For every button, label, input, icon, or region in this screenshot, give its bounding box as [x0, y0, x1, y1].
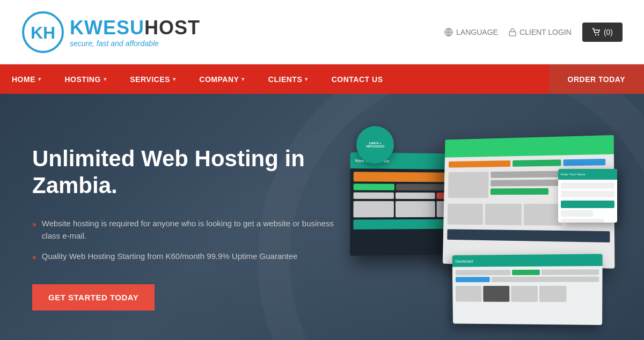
- language-label: LANGUAGE: [456, 28, 498, 36]
- bottom-cell-4: [456, 277, 490, 282]
- site-header: KH KWESUKWESUHOSTHOST secure, fast and a…: [0, 0, 644, 64]
- home-dropdown-arrow: ▾: [38, 76, 41, 82]
- bottom-thumb-4: [539, 286, 567, 302]
- client-login-button[interactable]: CLIENT LOGIN: [509, 28, 572, 36]
- company-dropdown-arrow: ▾: [241, 76, 245, 82]
- card-input-1: [561, 182, 614, 189]
- left-img-1: [353, 201, 394, 218]
- cart-icon: [592, 28, 601, 36]
- logo-name: KWESUKWESUHOSTHOST: [70, 17, 200, 39]
- logo-name-kw: KWESU: [70, 17, 144, 39]
- clients-dropdown-arrow: ▾: [305, 76, 308, 82]
- logo-text: KWESUKWESUHOSTHOST secure, fast and affo…: [70, 17, 200, 48]
- screen-right-card: Enter Your Name: [558, 169, 617, 223]
- svg-rect-6: [509, 32, 516, 36]
- bottom-cell-1: [456, 270, 510, 275]
- right-card-body: [558, 180, 617, 223]
- bottom-header-text: Dashboard: [455, 259, 473, 263]
- bottom-cell-5: [492, 277, 599, 283]
- services-dropdown-arrow: ▾: [173, 76, 176, 82]
- screen-bottom: Dashboard: [452, 254, 603, 325]
- bottom-thumb-1: [456, 286, 482, 302]
- badge-circle: LINUX + VIRTUOZZO: [356, 126, 394, 164]
- bottom-row-3: [456, 286, 599, 302]
- main-text-3: [491, 188, 548, 195]
- card-submit: [561, 201, 614, 208]
- hero-features: » Website hosting is required for anyone…: [32, 218, 351, 263]
- main-img-2: [448, 204, 484, 225]
- main-img-4: [524, 204, 562, 226]
- nav-hosting[interactable]: HOSTING ▾: [53, 64, 119, 94]
- main-row-0: [449, 159, 610, 168]
- logo-tagline: secure, fast and affordable: [70, 39, 200, 48]
- chevron-icon-1: »: [32, 219, 36, 230]
- mockup-container: LINUX + VIRTUOZZO Your solution for: [351, 126, 612, 330]
- left-block-1: [354, 172, 452, 182]
- header-actions: LANGUAGE CLIENT LOGIN (0): [444, 23, 623, 42]
- screen-bottom-body: [452, 266, 603, 306]
- cart-count: (0): [604, 28, 613, 36]
- globe-icon: [444, 28, 453, 36]
- main-img-1: [448, 172, 489, 198]
- language-button[interactable]: LANGUAGE: [444, 28, 498, 36]
- main-footer-bar: [447, 229, 610, 242]
- hero-title: Unlimited Web Hosting in Zambia.: [32, 145, 351, 199]
- nav-order-today[interactable]: ORDER TODAY: [549, 64, 644, 94]
- logo-area[interactable]: KH KWESUKWESUHOSTHOST secure, fast and a…: [21, 11, 200, 54]
- nav-services[interactable]: SERVICES ▾: [118, 64, 187, 94]
- chevron-icon-2: »: [32, 252, 36, 263]
- nav-home[interactable]: HOME ▾: [0, 64, 53, 94]
- hero-feature-2: » Quality Web Hosting Starting from K60/…: [32, 250, 351, 263]
- main-block-blue: [563, 159, 605, 166]
- hosting-dropdown-arrow: ▾: [104, 76, 107, 82]
- badge-text-2: VIRTUOZZO: [366, 145, 385, 148]
- hero-content: Unlimited Web Hosting in Zambia. » Websi…: [32, 145, 351, 311]
- nav-company[interactable]: COMPANY ▾: [187, 64, 257, 94]
- get-started-button[interactable]: GET STARTED TODAY: [32, 284, 155, 311]
- cart-button[interactable]: (0): [582, 23, 623, 42]
- nav-contact[interactable]: CONTACT US: [320, 64, 395, 94]
- logo-icon: KH: [21, 11, 64, 54]
- main-block-orange: [449, 160, 510, 167]
- card-input-4: [561, 219, 604, 223]
- left-cell-4: [396, 193, 435, 199]
- main-block-green: [513, 159, 561, 166]
- lock-icon: [509, 28, 516, 36]
- main-navbar: HOME ▾ HOSTING ▾ SERVICES ▾ COMPANY ▾ CL…: [0, 64, 644, 94]
- bottom-thumb-3: [511, 286, 538, 302]
- bottom-cell-2: [512, 270, 540, 275]
- svg-point-7: [595, 34, 596, 35]
- bottom-row-2: [456, 277, 599, 283]
- client-login-label: CLIENT LOGIN: [519, 28, 572, 36]
- left-img-2: [396, 201, 435, 217]
- bottom-thumb-2: [483, 286, 509, 302]
- svg-text:KH: KH: [31, 23, 55, 42]
- left-cell-3: [354, 193, 394, 199]
- hero-visual: LINUX + VIRTUOZZO Your solution for: [351, 126, 612, 330]
- hero-section: Unlimited Web Hosting in Zambia. » Websi…: [0, 94, 644, 340]
- card-input-3: [561, 210, 593, 217]
- main-img-3: [485, 204, 522, 225]
- left-cell-1: [354, 183, 394, 190]
- hero-feature-1: » Website hosting is required for anyone…: [32, 218, 351, 242]
- screen-bottom-header: Dashboard: [452, 254, 603, 267]
- bottom-cell-3: [541, 269, 599, 275]
- nav-clients[interactable]: CLIENTS ▾: [257, 64, 320, 94]
- bottom-row-1: [456, 269, 599, 275]
- right-card-header: Enter Your Name: [558, 169, 617, 180]
- card-input-2: [561, 191, 614, 197]
- svg-point-8: [598, 34, 599, 35]
